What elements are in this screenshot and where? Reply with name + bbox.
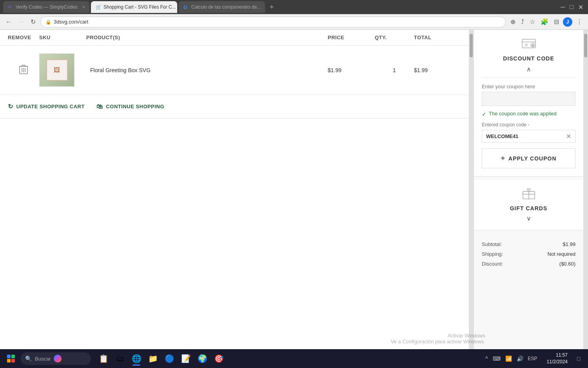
language-label: ESP	[526, 356, 539, 361]
tab-title-cart: Shopping Cart - SVG Files For C...	[103, 4, 176, 10]
product-price: $1.99	[328, 67, 375, 73]
taskbar-app-word[interactable]: 📝	[178, 351, 194, 366]
taskbar-app-blue[interactable]: 🔵	[162, 351, 177, 366]
main-scrollbar[interactable]	[469, 30, 474, 368]
minimize-button[interactable]: ─	[559, 2, 566, 12]
gift-icon	[523, 188, 535, 202]
shipping-label: Shipping:	[482, 251, 503, 257]
maximize-button[interactable]: □	[568, 2, 575, 12]
gift-cards-section: GIFT CARDS ∨	[474, 180, 583, 230]
gift-cards-title: GIFT CARDS	[510, 205, 548, 211]
discount-icon: %	[522, 38, 536, 52]
windows-icon	[7, 355, 15, 363]
discount-title: DISCOUNT CODE	[503, 55, 554, 62]
page-content: REMOVE SKU PRODUCT(S) PRICE QTY. TOTAL	[0, 30, 588, 368]
tab-verify-codes[interactable]: ✉ Verify Codes — SimplyCodes ✕	[3, 1, 89, 13]
product-name: Floral Greeting Box SVG	[86, 67, 328, 73]
cart-header: REMOVE SKU PRODUCT(S) PRICE QTY. TOTAL	[0, 30, 469, 46]
search-placeholder: Buscar	[35, 356, 51, 362]
address-text: 3dsvg.com/cart	[54, 19, 88, 25]
cart-actions: ↻ UPDATE SHOPPING CART 🛍 CONTINUE SHOPPI…	[0, 95, 469, 118]
taskbar-app-explorer[interactable]: 📁	[145, 351, 161, 366]
profile-button[interactable]: J	[563, 17, 572, 27]
header-total: TOTAL	[414, 35, 461, 40]
product-qty: 1	[375, 67, 414, 73]
back-button[interactable]: ←	[4, 17, 13, 27]
shipping-row: Shipping: Not required	[482, 251, 575, 257]
entered-coupon-label: Entered coupon code -	[482, 122, 575, 128]
taskbar-app-misc[interactable]: 🎯	[211, 351, 227, 366]
sidebar-scrollbar-thumb[interactable]	[584, 34, 587, 57]
discount-value: ($0.60)	[559, 261, 575, 267]
browser-toolbar: ← → ↻ 🔒 3dsvg.com/cart ⊕ ⤴ ☆ 🧩 ⊟ J ⋮	[0, 14, 588, 30]
update-icon: ↻	[8, 103, 13, 110]
tab-icon-verify: ✉	[8, 4, 13, 10]
translate-icon[interactable]: ⊕	[509, 16, 517, 27]
svg-text:%: %	[531, 44, 534, 47]
taskbar-app-browser[interactable]: 🌐	[129, 351, 144, 366]
header-qty: QTY.	[375, 35, 414, 40]
sku-cell: 🖼	[39, 53, 86, 87]
taskbar-search[interactable]: 🔍 Buscar	[20, 352, 91, 365]
plus-icon: +	[501, 154, 506, 162]
taskbar-app-tasks[interactable]: 📋	[96, 351, 111, 366]
shipping-value: Not required	[547, 251, 575, 257]
taskbar-tray: ^ ⌨ 📶 🔊 ESP	[481, 354, 542, 363]
tab-calculo[interactable]: G Calculo de las componentes de... ✕	[179, 1, 265, 13]
cart-row: 🖼 Floral Greeting Box SVG $1.99 1 $1.99	[0, 46, 469, 95]
coupon-success-text: The coupon code was applied	[489, 111, 557, 117]
apply-coupon-button[interactable]: + APPLY COUPON	[482, 148, 575, 168]
browser-chrome: ✉ Verify Codes — SimplyCodes ✕ 🛒 Shoppin…	[0, 0, 588, 30]
header-remove: REMOVE	[8, 35, 39, 40]
browser-titlebar: ✉ Verify Codes — SimplyCodes ✕ 🛒 Shoppin…	[0, 0, 588, 14]
scrollbar-thumb[interactable]	[470, 34, 473, 57]
remove-item-button[interactable]	[8, 64, 39, 76]
update-cart-button[interactable]: ↻ UPDATE SHOPPING CART	[8, 103, 85, 110]
check-icon: ✓	[482, 111, 486, 117]
start-button[interactable]	[3, 351, 19, 366]
menu-icon[interactable]: ⋮	[575, 16, 584, 27]
new-tab-button[interactable]: +	[267, 3, 277, 11]
coupon-success: ✓ The coupon code was applied	[482, 111, 575, 117]
clock-date: 11/2/2024	[547, 359, 568, 365]
reload-button[interactable]: ↻	[29, 16, 37, 27]
keyboard-icon[interactable]: ⌨	[491, 354, 502, 363]
system-clock[interactable]: 11:57 11/2/2024	[544, 352, 571, 365]
extensions-icon[interactable]: 🧩	[539, 16, 550, 27]
forward-button[interactable]: →	[16, 17, 26, 27]
subtotal-row: Subtotal: $1.99	[482, 241, 575, 247]
lock-icon: 🔒	[45, 19, 51, 25]
close-window-button[interactable]: ✕	[577, 2, 585, 13]
continue-label: CONTINUE SHOPPING	[106, 104, 164, 109]
tab-close-verify[interactable]: ✕	[82, 5, 85, 10]
header-sku: SKU	[39, 35, 86, 40]
product-total: $1.99	[414, 67, 461, 73]
sidebar-toggle-icon[interactable]: ⊟	[552, 16, 561, 27]
discount-collapse-button[interactable]: ∧	[526, 66, 531, 73]
tab-shopping-cart[interactable]: 🛒 Shopping Cart - SVG Files For C... ✕	[91, 1, 177, 13]
cart-table: REMOVE SKU PRODUCT(S) PRICE QTY. TOTAL	[0, 30, 469, 95]
update-label: UPDATE SHOPPING CART	[16, 104, 85, 109]
coupon-label: Enter your coupon here	[482, 84, 575, 89]
bookmark-icon[interactable]: ☆	[528, 16, 537, 27]
network-icon[interactable]: 📶	[504, 354, 514, 363]
taskbar-app-files[interactable]: 🗂	[112, 351, 128, 366]
coupon-input[interactable]	[482, 92, 575, 106]
tab-icon-cart: 🛒	[96, 4, 101, 10]
product-image: 🖼	[39, 53, 74, 87]
continue-shopping-button[interactable]: 🛍 CONTINUE SHOPPING	[96, 103, 164, 110]
gift-cards-collapse-button[interactable]: ∨	[526, 215, 531, 222]
cart-sidebar: % DISCOUNT CODE ∧ Enter your coupon here…	[474, 30, 583, 368]
sidebar-scrollbar[interactable]	[583, 30, 588, 368]
notification-center-button[interactable]: □	[572, 352, 585, 365]
search-icon: 🔍	[25, 355, 32, 362]
chevron-up-icon[interactable]: ^	[484, 354, 490, 363]
totals-section: Subtotal: $1.99 Shipping: Not required D…	[474, 233, 583, 279]
taskbar-apps: 📋 🗂 🌐 📁 🔵 📝 🌍 🎯	[96, 351, 227, 366]
share-icon[interactable]: ⤴	[519, 17, 526, 27]
coupon-remove-button[interactable]: ✕	[566, 133, 571, 140]
taskbar-app-chrome[interactable]: 🌍	[194, 351, 210, 366]
address-bar[interactable]: 🔒 3dsvg.com/cart	[40, 16, 506, 27]
tab-title-calculo: Calculo de las componentes de...	[191, 4, 261, 10]
volume-icon[interactable]: 🔊	[515, 354, 525, 363]
